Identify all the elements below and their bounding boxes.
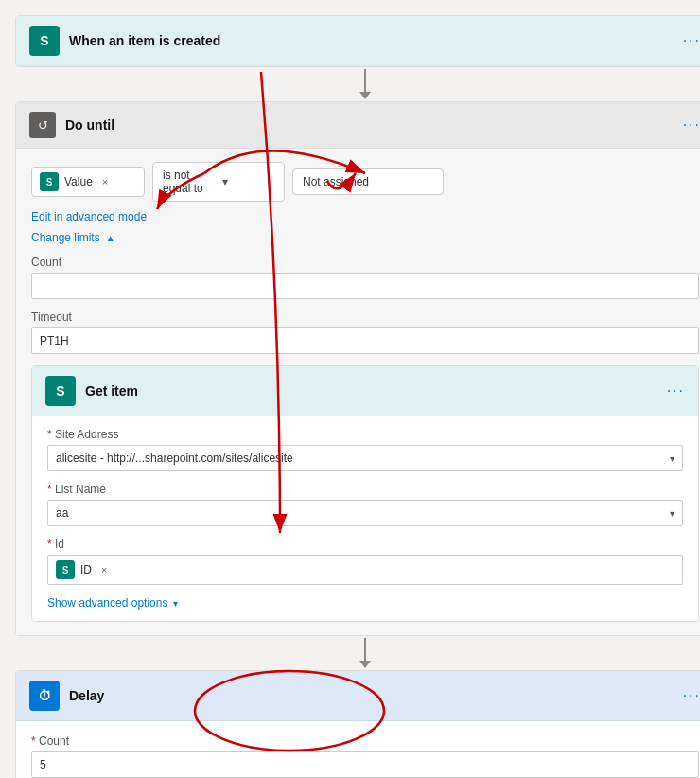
- get-item-block: S Get item ··· Site Address alicesite - …: [31, 365, 699, 622]
- value-token-chip[interactable]: S Value ×: [31, 167, 145, 197]
- delay-title: Delay: [69, 688, 674, 703]
- show-advanced-link[interactable]: Show advanced options: [47, 596, 167, 610]
- change-limits-row: Change limits ▲: [31, 231, 699, 244]
- get-item-body: Site Address alicesite - http://...share…: [32, 416, 698, 621]
- site-address-select[interactable]: alicesite - http://...sharepoint.com/sit…: [47, 445, 683, 471]
- get-item-header: S Get item ···: [32, 366, 698, 416]
- condition-value-input[interactable]: Not assigned: [292, 168, 444, 195]
- edit-advanced-link[interactable]: Edit in advanced mode: [31, 210, 147, 223]
- get-item-title: Get item: [85, 383, 657, 398]
- condition-row: S Value × is not equal to ▾ Not assigned: [31, 162, 699, 202]
- timeout-label: Timeout: [31, 310, 699, 324]
- list-name-chevron: ▾: [670, 508, 674, 519]
- trigger-header: S When an item is created ···: [16, 16, 700, 66]
- id-token-label: ID: [80, 563, 92, 576]
- id-token-icon: S: [56, 560, 75, 579]
- id-token-close[interactable]: ×: [101, 564, 107, 575]
- show-advanced-row: Show advanced options ▾: [47, 596, 683, 610]
- count-input[interactable]: [31, 273, 699, 299]
- trigger-icon: S: [29, 26, 60, 56]
- do-until-icon: ↺: [29, 112, 56, 138]
- limits-chevron-icon: ▲: [106, 233, 115, 243]
- connector-arrow-2: [359, 636, 371, 670]
- list-name-label: List Name: [47, 483, 683, 496]
- value-token-icon: S: [40, 172, 59, 191]
- delay-count-input[interactable]: [31, 751, 699, 778]
- do-until-title: Do until: [65, 117, 674, 133]
- operator-chevron: ▾: [222, 175, 274, 188]
- do-until-header: ↺ Do until ···: [16, 102, 700, 149]
- connector-arrow-1: [359, 67, 371, 101]
- timeout-input[interactable]: [31, 327, 699, 354]
- delay-count-label: Count: [31, 734, 699, 748]
- id-label: Id: [47, 538, 683, 551]
- trigger-more-options[interactable]: ···: [683, 32, 700, 49]
- delay-block: ⏱ Delay ··· Count Unit Minute ▾: [15, 670, 700, 778]
- list-name-field: List Name aa ▾: [47, 483, 683, 526]
- do-until-block: ↺ Do until ··· S Value × is not: [15, 101, 700, 636]
- do-until-body: S Value × is not equal to ▾ Not assigned…: [16, 149, 700, 635]
- trigger-title: When an item is created: [69, 33, 674, 48]
- delay-icon: ⏱: [29, 681, 60, 711]
- count-field-group: Count: [31, 256, 699, 299]
- get-item-icon: S: [45, 376, 76, 406]
- site-address-label: Site Address: [47, 428, 683, 441]
- list-name-select[interactable]: aa ▾: [47, 500, 683, 526]
- id-token-chip[interactable]: S ID ×: [47, 555, 683, 585]
- get-item-more-options[interactable]: ···: [667, 382, 685, 399]
- do-until-more-options[interactable]: ···: [683, 116, 700, 133]
- timeout-field-group: Timeout: [31, 310, 699, 354]
- site-address-chevron: ▾: [670, 453, 674, 464]
- delay-header: ⏱ Delay ···: [16, 671, 700, 721]
- delay-count-field: Count: [31, 734, 699, 778]
- change-limits-link[interactable]: Change limits: [31, 231, 100, 244]
- value-token-close[interactable]: ×: [102, 176, 108, 187]
- delay-more-options[interactable]: ···: [683, 687, 700, 704]
- site-address-field: Site Address alicesite - http://...share…: [47, 428, 683, 471]
- show-advanced-chevron: ▾: [173, 598, 178, 609]
- delay-body: Count Unit Minute ▾: [16, 721, 700, 778]
- operator-select[interactable]: is not equal to ▾: [152, 162, 285, 202]
- value-token-label: Value: [64, 175, 93, 188]
- id-field: Id S ID ×: [47, 538, 683, 585]
- count-label: Count: [31, 256, 699, 269]
